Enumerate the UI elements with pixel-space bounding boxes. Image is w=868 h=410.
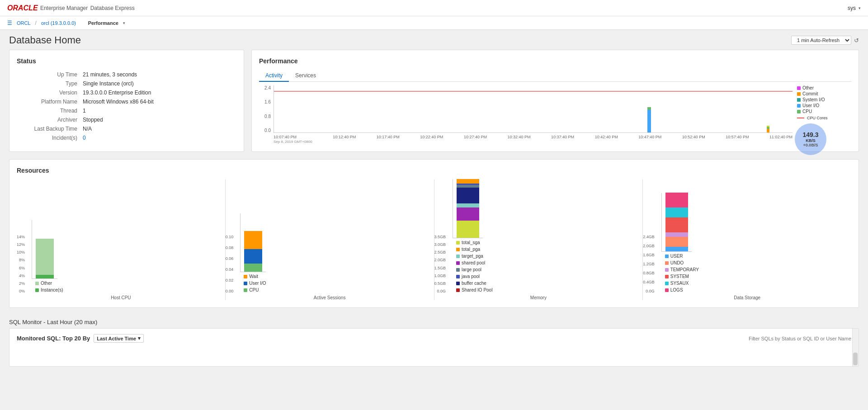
status-row-thread: Thread 1	[17, 106, 236, 115]
data-storage-chart: 2.4GB 2.0GB 1.6GB 1.2GB 0.8GB 0.4GB 0.0G	[643, 193, 851, 300]
sql-sort-dropdown[interactable]: Last Active Time ▾	[94, 334, 144, 343]
topbar-right: sys ▾	[848, 5, 861, 11]
auto-refresh-select[interactable]: 1 min Auto-Refresh 5 min Auto-Refresh Of…	[791, 36, 851, 45]
legend-system-io: System I/O	[797, 97, 851, 102]
oracle-logo: ORACLE Enterprise Manager Database Expre…	[7, 4, 135, 12]
status-value-type: Single Instance (orcl)	[80, 79, 236, 88]
data-storage-y-axis: 2.4GB 2.0GB 1.6GB 1.2GB 0.8GB 0.4GB 0.0G	[643, 235, 656, 293]
nav-separator: /	[35, 20, 37, 26]
logs-bar	[665, 193, 688, 207]
memory-bars	[453, 179, 483, 238]
nav-performance-dropdown-icon[interactable]: ▾	[123, 21, 125, 25]
sql-monitor-section-title: SQL Monitor - Last Hour (20 max)	[9, 315, 859, 328]
sql-filter-input[interactable]	[725, 336, 851, 341]
perf-panel: Performance Activity Services 2.4 1.6 0.…	[251, 50, 859, 152]
status-value-thread: 1	[80, 106, 236, 115]
status-value-incidents[interactable]: 0	[80, 133, 236, 142]
perf-tabs: Activity Services	[259, 70, 851, 82]
status-title: Status	[17, 57, 236, 65]
tab-services[interactable]: Services	[289, 70, 322, 82]
user-dropdown-icon[interactable]: ▾	[859, 6, 861, 10]
user-label: sys	[848, 5, 856, 11]
memory-stacked-bar	[457, 179, 479, 238]
status-label-incidents: Incident(s)	[17, 133, 80, 142]
status-label-type: Type	[17, 79, 80, 88]
total-sga-bar	[457, 221, 479, 238]
status-label-platform: Platform Name	[17, 97, 80, 106]
status-row-version: Version 19.3.0.0.0 Enterprise Edition	[17, 88, 236, 97]
page-title: Database Home	[9, 34, 81, 46]
status-table: Up Time 21 minutes, 3 seconds Type Singl…	[17, 70, 236, 142]
target-pga-bar	[457, 203, 479, 208]
host-cpu-stacked-bar	[36, 239, 54, 278]
status-row-backup: Last Backup Time N/A	[17, 124, 236, 133]
topbar-left: ORACLE Enterprise Manager Database Expre…	[7, 4, 135, 12]
host-cpu-bars	[32, 220, 57, 279]
legend-commit: Commit	[797, 91, 851, 96]
perf-title: Performance	[259, 57, 851, 65]
legend-user-io: User I/O	[797, 103, 851, 108]
instance-bar	[36, 275, 54, 278]
total-pga-bar	[457, 179, 479, 184]
memory-legend: total_sga total_pga target_pga shared po…	[456, 240, 492, 293]
user-bar	[665, 247, 688, 251]
nav-instance[interactable]: orcl (19.3.0.0.0)	[41, 20, 76, 26]
legend-cpu-cores: CPU Cores	[797, 116, 851, 120]
system-bar	[665, 217, 688, 232]
wait-bar	[244, 231, 262, 249]
status-label-version: Version	[17, 88, 80, 97]
nav-orcl[interactable]: ORCL	[17, 20, 31, 26]
status-label-uptime: Up Time	[17, 70, 80, 79]
sql-monitor-bar: Monitored SQL: Top 20 By Last Active Tim…	[17, 334, 851, 343]
cpu-threshold-line	[274, 91, 793, 92]
data-storage-label: Data Storage	[734, 295, 760, 300]
activity-bar-1	[647, 107, 651, 132]
refresh-icon[interactable]: ↺	[854, 37, 859, 44]
monitored-label: Monitored SQL: Top 20 By	[17, 335, 90, 342]
perf-chart: 2.4 1.6 0.8 0.0	[259, 85, 851, 144]
scrollbar-track	[852, 329, 859, 366]
data-storage-stacked-bar	[665, 193, 688, 251]
scrollbar-thumb[interactable]	[853, 353, 858, 365]
host-cpu-label: Host CPU	[111, 295, 131, 300]
oracle-brand: ORACLE	[7, 4, 38, 12]
tab-activity[interactable]: Activity	[259, 70, 289, 82]
chart-x-axis: 10:07:40 PMSep 8, 2019 GMT+0800 10:12:40…	[274, 133, 793, 144]
status-value-archiver: Stopped	[80, 115, 236, 124]
memory-chart: 3.5GB 3.0GB 2.5GB 2.0GB 1.5GB 1.0GB 0.5G…	[434, 179, 643, 300]
host-cpu-legend: Other Instance(s)	[35, 281, 63, 293]
nav-performance[interactable]: Performance	[88, 20, 118, 26]
oracle-db-express-label: Database Express	[89, 5, 134, 11]
sql-top-by: Monitored SQL: Top 20 By Last Active Tim…	[17, 334, 144, 343]
undo-bar	[665, 237, 688, 247]
active-sessions-label: Active Sessions	[314, 295, 346, 300]
status-label-archiver: Archiver	[17, 115, 80, 124]
sort-by-label: Last Active Time	[97, 336, 136, 341]
data-storage-legend: USER UNDO TEMPORARY SYSTEM SYSAUX LOGS	[665, 254, 699, 293]
network-value: 149.3	[802, 131, 818, 138]
status-row-type: Type Single Instance (orcl)	[17, 79, 236, 88]
sort-dropdown-icon: ▾	[138, 335, 141, 341]
sysaux-bar	[665, 207, 688, 218]
network-unit: KB/S	[806, 138, 816, 143]
nav-icon: ☰	[7, 20, 12, 26]
auto-refresh-area: 1 min Auto-Refresh 5 min Auto-Refresh Of…	[791, 36, 859, 45]
status-panel: Status Up Time 21 minutes, 3 seconds Typ…	[9, 50, 244, 152]
chart-y-axis: 2.4 1.6 0.8 0.0	[259, 85, 273, 133]
navbar: ☰ ORCL / orcl (19.3.0.0.0) Performance ▾	[0, 16, 868, 30]
topbar: ORACLE Enterprise Manager Database Expre…	[0, 0, 868, 16]
network-badge: 149.3 KB/S +0.0B/S	[795, 123, 826, 155]
network-sub: +0.0B/S	[803, 143, 818, 147]
row1: Status Up Time 21 minutes, 3 seconds Typ…	[9, 50, 859, 152]
activity-bar-2	[767, 126, 769, 132]
resources-panel: Resources 14% 12% 10% 8% 6% 4% 2% 0%	[9, 159, 859, 308]
cpu-bar	[244, 264, 262, 272]
status-label-backup: Last Backup Time	[17, 124, 80, 133]
other-bar	[36, 239, 54, 275]
status-value-version: 19.3.0.0.0 Enterprise Edition	[80, 88, 236, 97]
temp-bar	[665, 232, 688, 237]
active-sessions-stacked-bar	[244, 231, 262, 272]
status-row-uptime: Up Time 21 minutes, 3 seconds	[17, 70, 236, 79]
userio-bar	[244, 249, 262, 264]
sql-empty-area	[17, 343, 851, 361]
